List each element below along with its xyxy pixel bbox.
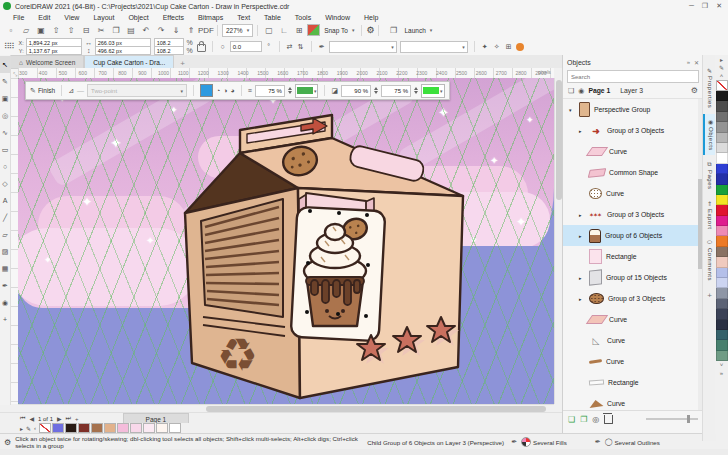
color-swatch[interactable] xyxy=(716,205,728,215)
tree-item-curve[interactable]: Curve xyxy=(563,141,703,162)
edit-perspective-icon[interactable]: ⊿ xyxy=(68,87,74,95)
tree-item-curve[interactable]: ◺ Curve xyxy=(563,330,703,351)
menu-item[interactable]: Text xyxy=(230,14,257,21)
mirror-vertical-button[interactable]: ⇅ xyxy=(297,43,305,51)
toolbox-tool[interactable]: ◇ xyxy=(0,175,10,192)
color-swatch[interactable] xyxy=(716,185,728,195)
snap-state-icon[interactable] xyxy=(307,24,320,36)
delete-button[interactable] xyxy=(604,415,613,424)
next-page-button[interactable]: ▶ xyxy=(57,415,62,422)
selection-handle[interactable] xyxy=(337,211,341,215)
toolbox-tool[interactable]: ○ xyxy=(0,158,10,175)
page-flyout-icon[interactable]: ❏ xyxy=(568,87,574,95)
color-swatch[interactable] xyxy=(716,330,728,340)
toolbox-tool[interactable]: ▦ xyxy=(0,260,10,277)
tree-item-group[interactable]: ▸ ➜ Group of 3 Objects xyxy=(563,120,703,141)
tree-item-curve[interactable]: Curve xyxy=(563,309,703,330)
docker-close-icon[interactable]: ✕ xyxy=(694,59,699,66)
new-document-tab-button[interactable]: + xyxy=(174,59,191,68)
tree-item-curve[interactable]: Curve xyxy=(563,183,703,204)
tab-document[interactable]: Cup Cake Carton - Dra... xyxy=(84,55,174,68)
toolbar-icon[interactable]: ⇓ xyxy=(169,24,183,36)
thumbnail-size-slider[interactable] xyxy=(646,418,698,420)
toolbar-icon[interactable]: ▤ xyxy=(124,24,138,36)
expander-icon[interactable]: ▸ xyxy=(579,296,585,302)
stepper[interactable] xyxy=(414,87,418,94)
color-swatch[interactable] xyxy=(65,423,77,433)
color-swatch[interactable] xyxy=(716,112,728,122)
toolbar-icon[interactable]: ❐ xyxy=(109,24,123,36)
color-swatch[interactable] xyxy=(716,153,728,163)
color-swatch[interactable] xyxy=(716,101,728,111)
fade-opacity-field[interactable]: 75 % xyxy=(381,85,411,97)
stepper[interactable] xyxy=(374,87,378,94)
docker-layer-label[interactable]: Layer 3 xyxy=(620,87,643,94)
toolbar-icon[interactable]: ⊞ xyxy=(292,24,306,36)
toolbox-tool[interactable]: + xyxy=(0,311,10,328)
color-swatch[interactable] xyxy=(716,247,728,257)
expander-icon[interactable]: ▸ xyxy=(579,275,585,281)
first-page-button[interactable]: ⏮ xyxy=(20,415,25,422)
docker-collapse-icon[interactable]: » xyxy=(687,59,690,66)
selection-handle[interactable] xyxy=(308,209,312,213)
snap-to-dropdown[interactable]: Snap To ▾ xyxy=(321,25,357,36)
stepper[interactable] xyxy=(288,87,292,94)
objects-search[interactable] xyxy=(567,70,699,83)
carton-illustration[interactable]: ♻ xyxy=(175,105,475,404)
no-color-swatch[interactable] xyxy=(716,80,728,91)
lock-ratio-icon[interactable] xyxy=(197,44,206,52)
color-swatch[interactable] xyxy=(716,288,728,298)
docker-page-label[interactable]: Page 1 xyxy=(588,87,610,94)
horizon-line-icon[interactable]: — xyxy=(77,87,84,94)
search-input[interactable] xyxy=(568,74,698,80)
toolbar-icon[interactable]: ⊟ xyxy=(79,24,93,36)
new-master-layer-button[interactable]: ❐ xyxy=(580,415,587,424)
menu-item[interactable]: Bitmaps xyxy=(191,14,230,21)
plane-opacity-field[interactable]: 90 % xyxy=(341,85,371,97)
new-layer-button[interactable]: ❏ xyxy=(568,415,575,424)
plane-fill-swatch[interactable]: ▾ xyxy=(421,84,445,98)
color-swatch[interactable] xyxy=(52,423,64,433)
tree-item-perspective-group[interactable]: ▾ Perspective Group xyxy=(563,99,703,120)
toolbar-icon[interactable]: ⇧ xyxy=(64,24,78,36)
plane-color-swatch[interactable] xyxy=(200,84,213,97)
menu-item[interactable]: Help xyxy=(357,14,385,21)
toolbox-tool[interactable]: A xyxy=(0,192,10,209)
toolbox-tool[interactable]: ↖ xyxy=(0,56,10,73)
minimize-button[interactable]: ─ xyxy=(689,2,694,10)
color-swatch[interactable] xyxy=(716,174,728,184)
color-swatch[interactable] xyxy=(716,236,728,246)
color-swatch[interactable] xyxy=(169,423,181,433)
selection-handle[interactable] xyxy=(336,312,340,316)
scroll-up-icon[interactable]: ˄ xyxy=(720,72,724,80)
toolbar-icon[interactable]: ▢ xyxy=(262,24,276,36)
tree-item-group[interactable]: ▸ ✶✶✶ Group of 3 Objects xyxy=(563,204,703,225)
menu-item[interactable]: View xyxy=(57,14,86,21)
status-gear-icon[interactable]: ⚙ xyxy=(4,438,11,447)
toolbox-tool[interactable]: ▭ xyxy=(0,141,10,158)
launch-dropdown[interactable]: ❐ Launch ▾ xyxy=(383,25,435,36)
grid-color-swatch[interactable]: ▾ xyxy=(295,84,319,98)
color-swatch[interactable] xyxy=(104,423,116,433)
tree-item-curve[interactable]: Curve xyxy=(563,393,703,410)
toolbar-icon[interactable]: PDF xyxy=(199,24,213,36)
expander-icon[interactable]: ▸ xyxy=(579,212,585,218)
add-docker-button[interactable]: + xyxy=(707,291,712,300)
color-swatch[interactable] xyxy=(716,320,728,330)
color-swatch[interactable] xyxy=(716,299,728,309)
quick-customize-icon[interactable] xyxy=(516,43,524,51)
toolbox-tool[interactable]: ∿ xyxy=(0,124,10,141)
zoom-level-select[interactable]: 227% ▾ xyxy=(222,24,253,37)
property-bar-icon[interactable]: ⊞ xyxy=(505,43,513,51)
eyedropper-icon[interactable]: ✎ xyxy=(719,64,724,72)
toolbar-icon[interactable]: ▱ xyxy=(19,24,33,36)
toolbox-tool[interactable]: ▱ xyxy=(0,226,10,243)
mirror-horizontal-button[interactable]: ⇄ xyxy=(286,43,294,51)
color-swatch[interactable] xyxy=(716,351,728,361)
tree-item-rectangle[interactable]: Rectangle xyxy=(563,372,703,393)
color-swatch[interactable] xyxy=(716,226,728,236)
toolbar-icon[interactable]: ⇑ xyxy=(184,24,198,36)
color-swatch[interactable] xyxy=(716,257,728,267)
tree-item-group-selected[interactable]: ▸ Group of 6 Objects xyxy=(563,225,703,246)
color-swatch[interactable] xyxy=(716,122,728,132)
